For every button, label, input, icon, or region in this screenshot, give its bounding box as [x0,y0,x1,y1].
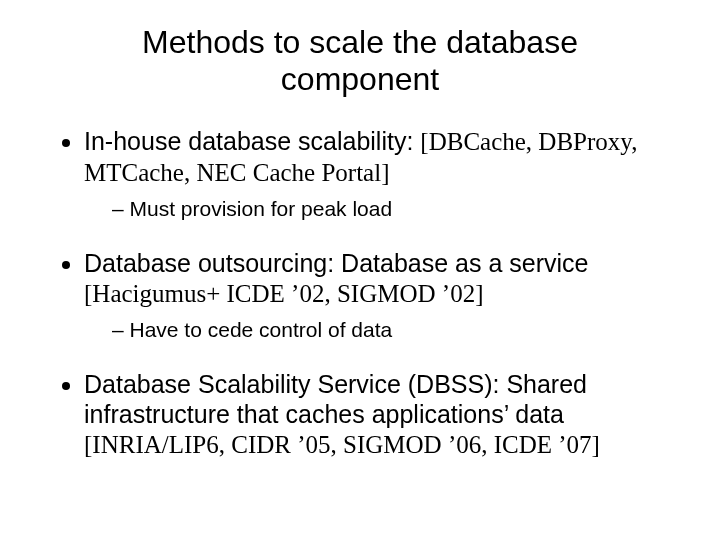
list-item: In-house database scalability: [DBCache,… [84,126,670,222]
sub-list-item: Have to cede control of data [112,317,670,343]
bullet-lead: Database Scalability Service (DBSS): Sha… [84,370,587,428]
bullet-reference: [INRIA/LIP6, CIDR ’05, SIGMOD ’06, ICDE … [84,431,600,458]
list-item: Database Scalability Service (DBSS): Sha… [84,369,670,460]
slide-title: Methods to scale the database component [90,24,630,98]
bullet-list: In-house database scalability: [DBCache,… [50,126,670,461]
sub-list: Have to cede control of data [84,317,670,343]
bullet-reference: [Hacigumus+ ICDE ’02, SIGMOD ’02] [84,280,483,307]
bullet-lead: In-house database scalability: [84,127,420,155]
sub-list: Must provision for peak load [84,196,670,222]
list-item: Database outsourcing: Database as a serv… [84,248,670,343]
sub-list-item: Must provision for peak load [112,196,670,222]
title-line-1: Methods to scale the database [142,24,578,60]
title-line-2: component [281,61,439,97]
bullet-lead: Database outsourcing: Database as a serv… [84,249,588,277]
slide: Methods to scale the database component … [0,0,720,540]
